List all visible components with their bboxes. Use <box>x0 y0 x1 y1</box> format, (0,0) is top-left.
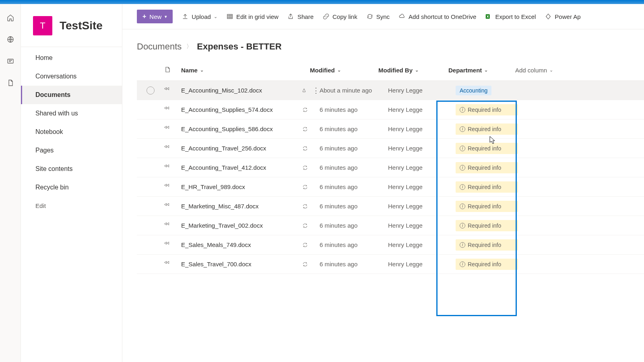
home-icon[interactable] <box>6 14 14 22</box>
row-actions <box>302 184 320 190</box>
svg-rect-1 <box>8 59 13 63</box>
copy-link-button[interactable]: Copy link <box>322 13 357 20</box>
svg-rect-2 <box>227 14 233 19</box>
upload-button[interactable]: Upload ⌄ <box>182 13 217 20</box>
table-row[interactable]: ᐊᐊE_Accounting_Misc_102.docx⋮About a min… <box>137 81 644 100</box>
modified-by-cell: Henry Legge <box>388 241 448 248</box>
department-cell[interactable]: iRequired info <box>448 123 525 135</box>
table-row[interactable]: ᐊᐊE_Accounting_Travel_412.docx6 minutes … <box>137 158 644 177</box>
file-name[interactable]: E_Accounting_Supplies_586.docx <box>181 125 302 132</box>
file-name[interactable]: E_Marketing_Travel_002.docx <box>181 222 302 229</box>
new-button[interactable]: + New ▾ <box>137 10 173 23</box>
breadcrumb-current: Expenses - BETTER <box>197 41 281 52</box>
site-tile: T <box>33 16 52 35</box>
row-select[interactable] <box>137 86 164 95</box>
power-apps-button[interactable]: Power Ap <box>545 13 580 20</box>
modified-cell: 6 minutes ago <box>320 203 388 210</box>
department-cell[interactable]: iRequired info <box>448 259 525 270</box>
modified-cell: 6 minutes ago <box>320 222 388 229</box>
row-actions <box>302 145 320 152</box>
file-name[interactable]: E_Accounting_Misc_102.docx <box>181 87 302 94</box>
required-info-badge[interactable]: iRequired info <box>456 143 518 154</box>
department-cell[interactable]: iRequired info <box>448 162 525 173</box>
news-icon[interactable] <box>6 57 14 65</box>
required-info-badge[interactable]: iRequired info <box>456 123 518 135</box>
required-info-badge[interactable]: iRequired info <box>456 201 518 212</box>
row-actions: ⋮ <box>302 87 320 94</box>
table-row[interactable]: ᐊᐊE_Sales_Meals_749.docx6 minutes agoHen… <box>137 235 644 255</box>
nav-site-contents[interactable]: Site contents <box>21 160 122 178</box>
modified-cell: 6 minutes ago <box>320 261 388 267</box>
nav-home[interactable]: Home <box>21 49 122 67</box>
file-name[interactable]: E_Marketing_Misc_487.docx <box>181 203 302 210</box>
nav-documents[interactable]: Documents <box>21 86 122 104</box>
department-cell[interactable]: iRequired info <box>448 239 525 251</box>
col-header-modified-by[interactable]: Modified By⌄ <box>378 67 439 74</box>
file-name[interactable]: E_Sales_Meals_749.docx <box>181 241 302 248</box>
add-shortcut-button[interactable]: Add shortcut to OneDrive <box>398 13 476 20</box>
power-apps-label: Power Ap <box>555 13 580 20</box>
modified-by-cell: Henry Legge <box>388 125 448 132</box>
department-cell[interactable]: iRequired info <box>448 104 525 115</box>
table-row[interactable]: ᐊᐊE_Marketing_Misc_487.docx6 minutes ago… <box>137 197 644 216</box>
file-name[interactable]: E_Accounting_Travel_256.docx <box>181 145 302 152</box>
edit-grid-button[interactable]: Edit in grid view <box>226 13 279 20</box>
modified-cell: 6 minutes ago <box>320 125 388 132</box>
nav-notebook[interactable]: Notebook <box>21 123 122 141</box>
department-cell[interactable]: Accounting <box>448 86 525 95</box>
nav-edit[interactable]: Edit <box>21 197 122 215</box>
col-header-modified[interactable]: Modified⌄ <box>310 67 378 74</box>
row-actions <box>302 126 320 132</box>
required-info-badge[interactable]: iRequired info <box>456 181 518 193</box>
table-row[interactable]: ᐊᐊE_Accounting_Supplies_574.docx6 minute… <box>137 100 644 119</box>
share-icon <box>287 13 295 20</box>
share-icon[interactable] <box>302 87 307 94</box>
table-row[interactable]: ᐊᐊE_HR_Travel_989.docx6 minutes agoHenry… <box>137 177 644 197</box>
table-row[interactable]: ᐊᐊE_Marketing_Travel_002.docx6 minutes a… <box>137 216 644 235</box>
breadcrumb-root[interactable]: Documents <box>137 41 182 52</box>
site-header: T TestSite <box>21 4 122 47</box>
table-row[interactable]: ᐊᐊE_Accounting_Supplies_586.docx6 minute… <box>137 119 644 139</box>
col-type-icon <box>164 66 181 74</box>
required-info-badge[interactable]: iRequired info <box>456 259 518 270</box>
col-header-name[interactable]: Name⌄ <box>181 67 310 74</box>
department-cell[interactable]: iRequired info <box>448 143 525 154</box>
nav-shared[interactable]: Shared with us <box>21 104 122 123</box>
files-icon[interactable] <box>6 79 14 87</box>
sync-status-icon <box>302 145 308 152</box>
plus-icon: + <box>142 13 146 20</box>
modified-by-cell: Henry Legge <box>388 145 448 152</box>
word-doc-icon: ᐊᐊ <box>164 183 181 190</box>
row-actions <box>302 203 320 210</box>
export-excel-button[interactable]: Export to Excel <box>485 13 536 20</box>
nav-pages[interactable]: Pages <box>21 141 122 160</box>
required-info-badge[interactable]: iRequired info <box>456 239 518 251</box>
more-icon[interactable]: ⋮ <box>312 87 320 94</box>
department-cell[interactable]: iRequired info <box>448 181 525 193</box>
table-row[interactable]: ᐊᐊE_Sales_Travel_700.docx6 minutes agoHe… <box>137 255 644 274</box>
modified-by-cell: Henry Legge <box>388 183 448 190</box>
globe-icon[interactable] <box>6 35 14 43</box>
chevron-right-icon: 〉 <box>186 43 192 50</box>
required-info-badge[interactable]: iRequired info <box>456 104 518 115</box>
department-cell[interactable]: iRequired info <box>448 201 525 212</box>
file-name[interactable]: E_Sales_Travel_700.docx <box>181 261 302 267</box>
col-header-department[interactable]: Department⌄ <box>439 67 515 74</box>
table-row[interactable]: ᐊᐊE_Accounting_Travel_256.docx6 minutes … <box>137 139 644 158</box>
required-info-badge[interactable]: iRequired info <box>456 162 518 173</box>
document-list: Name⌄ Modified⌄ Modified By⌄ Department⌄… <box>122 60 644 362</box>
sync-icon <box>366 13 374 20</box>
modified-by-cell: Henry Legge <box>388 164 448 171</box>
add-column-button[interactable]: Add column⌄ <box>515 67 576 74</box>
required-info-badge[interactable]: iRequired info <box>456 220 518 231</box>
file-name[interactable]: E_Accounting_Supplies_574.docx <box>181 106 302 113</box>
share-button[interactable]: Share <box>287 13 314 20</box>
file-name[interactable]: E_HR_Travel_989.docx <box>181 183 302 190</box>
nav-conversations[interactable]: Conversations <box>21 67 122 86</box>
nav-recycle-bin[interactable]: Recycle bin <box>21 178 122 197</box>
file-name[interactable]: E_Accounting_Travel_412.docx <box>181 164 302 171</box>
sync-button[interactable]: Sync <box>366 13 390 20</box>
chevron-down-icon: ⌄ <box>200 68 204 73</box>
sync-status-icon <box>302 222 308 229</box>
department-cell[interactable]: iRequired info <box>448 220 525 231</box>
